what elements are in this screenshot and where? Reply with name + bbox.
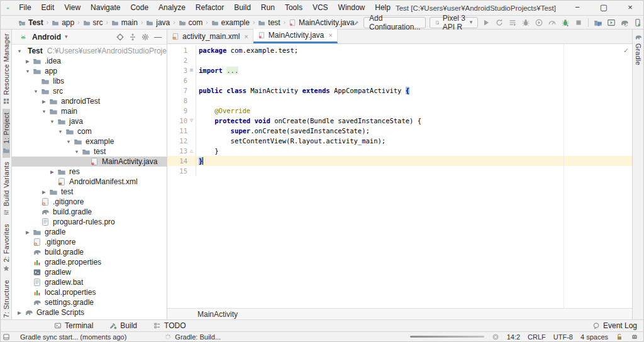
- code-line[interactable]: 12 setContentView(R.layout.activity_main…: [167, 136, 632, 146]
- avd-manager-icon[interactable]: [633, 18, 642, 27]
- menu-run[interactable]: Run: [256, 1, 280, 15]
- toolwindow-tab-gradle[interactable]: Gradle: [635, 30, 642, 69]
- tree-expand-arrow[interactable]: ▶: [23, 58, 33, 64]
- tree-item-proguard-rules.pro[interactable]: proguard-rules.pro: [12, 217, 167, 227]
- toolwindow-tab-todo[interactable]: TODO: [153, 321, 186, 330]
- tree-expand-arrow[interactable]: ▶: [39, 189, 49, 195]
- run-icon[interactable]: [482, 18, 491, 27]
- tree-item-build.gradle[interactable]: build.gradle: [12, 207, 167, 217]
- inspections-ok-icon[interactable]: ✓: [624, 46, 628, 55]
- gradle-sync-icon[interactable]: [620, 18, 629, 27]
- menu-view[interactable]: View: [59, 1, 86, 15]
- breadcrumb-item[interactable]: example: [211, 18, 250, 27]
- tree-item-src[interactable]: ▼src: [12, 86, 167, 96]
- breadcrumb-item[interactable]: com: [179, 18, 203, 27]
- tree-expand-arrow[interactable]: ▶: [14, 310, 25, 316]
- cancel-task-icon[interactable]: [492, 333, 499, 341]
- attach-debugger-icon[interactable]: [561, 18, 570, 27]
- code-line[interactable]: 6: [167, 75, 632, 86]
- fold-marker-icon[interactable]: ⊞: [187, 65, 196, 75]
- breadcrumb-item[interactable]: src: [83, 18, 103, 27]
- tree-item-res[interactable]: ▶res: [12, 167, 167, 177]
- toolwindow-tab-build[interactable]: Build: [109, 321, 137, 330]
- menu-build[interactable]: Build: [229, 1, 256, 15]
- close-tab-icon[interactable]: ×: [244, 33, 248, 40]
- tree-expand-arrow[interactable]: ▼: [64, 139, 74, 145]
- menu-analyze[interactable]: Analyze: [153, 1, 191, 15]
- toolwindow-toggle-icon[interactable]: [3, 333, 10, 341]
- code-line[interactable]: 8: [167, 96, 632, 106]
- indent-indicator[interactable]: 4 spaces: [580, 333, 608, 341]
- editor-tab-activity-main.xml[interactable]: <>activity_main.xml×: [167, 29, 253, 43]
- tree-item-androidmanifest.xml[interactable]: MFAndroidManifest.xml: [12, 177, 167, 187]
- code-line[interactable]: 13△ }: [167, 146, 632, 156]
- menu-navigate[interactable]: Navigate: [86, 1, 125, 15]
- tree-item-settings.gradle[interactable]: settings.gradle: [12, 297, 167, 307]
- toolwindow-tab-2-favorites[interactable]: 2: Favorites: [3, 220, 10, 276]
- code-line[interactable]: 9 @Override: [167, 106, 632, 116]
- tree-item-.gitignore[interactable]: .gitignore: [12, 237, 167, 247]
- tree-expand-arrow[interactable]: ▼: [55, 129, 65, 135]
- menu-edit[interactable]: Edit: [36, 1, 60, 15]
- apply-changes-icon[interactable]: [495, 18, 504, 27]
- code-line[interactable]: 15: [167, 166, 632, 176]
- fold-marker-icon[interactable]: △: [187, 146, 196, 156]
- apply-code-changes-icon[interactable]: [508, 18, 517, 27]
- tree-item-main[interactable]: ▼main: [12, 106, 167, 116]
- breadcrumb-item[interactable]: Test: [18, 18, 43, 27]
- tree-item-gradle[interactable]: ▶gradle: [12, 227, 167, 237]
- tree-expand-arrow[interactable]: ▼: [23, 69, 33, 74]
- breadcrumb-item[interactable]: app: [52, 18, 74, 27]
- code-line[interactable]: 1package com.example.test;: [167, 45, 632, 55]
- tree-expand-arrow[interactable]: ▶: [23, 229, 33, 235]
- encoding-indicator[interactable]: UTF-8: [553, 333, 573, 341]
- breadcrumb-item[interactable]: MainActivity.java: [289, 18, 354, 27]
- breadcrumb-item[interactable]: main: [111, 18, 138, 27]
- toolwindow-tab-event-log[interactable]: Event Log: [592, 321, 637, 330]
- tree-item-com[interactable]: ▼com: [12, 126, 167, 136]
- close-button[interactable]: ×: [617, 1, 643, 15]
- tree-item-libs[interactable]: libs: [12, 76, 167, 86]
- build-hammer-icon[interactable]: [354, 18, 360, 27]
- collapse-all-icon[interactable]: [128, 32, 138, 42]
- tree-item-androidtest[interactable]: ▶androidTest: [12, 96, 167, 106]
- menu-tools[interactable]: Tools: [280, 1, 308, 15]
- tree-item-gradle.properties[interactable]: gradle.properties: [12, 257, 167, 267]
- tree-item-gradlew[interactable]: gradlew: [12, 267, 167, 277]
- tree-expand-arrow[interactable]: ▼: [31, 89, 41, 94]
- tree-item-test[interactable]: ▼TestC:¥Users¥user¥AndroidStudioProjects…: [12, 46, 167, 56]
- tree-expand-arrow[interactable]: ▼: [14, 48, 25, 54]
- menu-vcs[interactable]: VCS: [308, 1, 333, 15]
- toolwindow-tab-build-variants[interactable]: Build Variants: [3, 158, 10, 220]
- stop-icon[interactable]: [574, 18, 583, 27]
- tree-item-java[interactable]: ▼java: [12, 116, 167, 126]
- tree-expand-arrow[interactable]: ▼: [39, 109, 49, 114]
- breadcrumb-item[interactable]: java: [146, 18, 170, 27]
- device-manager-icon[interactable]: [607, 18, 616, 27]
- profile-icon[interactable]: [548, 18, 557, 27]
- code-line[interactable]: 2: [167, 55, 632, 65]
- tree-item-build.gradle[interactable]: build.gradle: [12, 247, 167, 257]
- run-with-coverage-icon[interactable]: [535, 18, 543, 27]
- tree-item-gradle-scripts[interactable]: ▶Gradle Scripts: [12, 307, 167, 317]
- tree-item-mainactivity.java[interactable]: MainActivity.java: [12, 157, 167, 167]
- editor-breadcrumb[interactable]: MainActivity: [167, 308, 632, 319]
- breadcrumb-item[interactable]: test: [258, 18, 280, 27]
- code-line-current[interactable]: 14}: [167, 156, 632, 166]
- tree-item-.gitignore[interactable]: .gitignore: [12, 197, 167, 207]
- minimize-button[interactable]: −: [564, 1, 591, 15]
- add-configuration-button[interactable]: Add Configuration...: [364, 17, 426, 28]
- debug-icon[interactable]: [521, 18, 530, 27]
- project-view-selector[interactable]: Android: [32, 33, 61, 41]
- toolwindow-tab-resource-manager[interactable]: Resource Manager: [3, 30, 10, 109]
- device-selector[interactable]: Pixel 3 API R ▾: [430, 17, 478, 28]
- code-editor[interactable]: ✓ 1package com.example.test;23⊞import ..…: [167, 44, 632, 308]
- fold-marker-icon[interactable]: ▽: [187, 116, 196, 126]
- code-line[interactable]: 7public class MainActivity extends AppCo…: [167, 86, 632, 96]
- tree-expand-arrow[interactable]: ▼: [47, 119, 57, 124]
- hide-panel-icon[interactable]: —: [153, 32, 163, 42]
- tree-expand-arrow[interactable]: ▼: [72, 149, 82, 155]
- unlocked-padlock-icon[interactable]: [616, 333, 623, 341]
- menu-file[interactable]: File: [14, 1, 36, 15]
- editor-tab-mainactivity.java[interactable]: MainActivity.java×: [253, 29, 338, 43]
